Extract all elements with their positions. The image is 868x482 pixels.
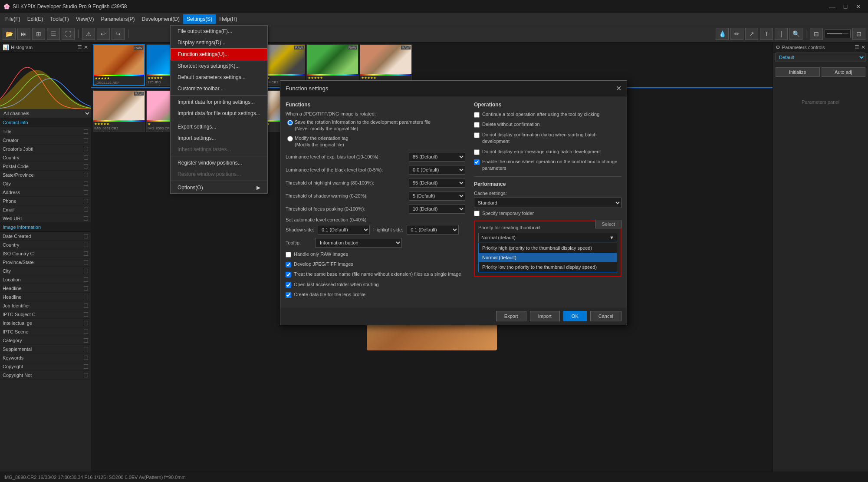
- meta-row-img-city[interactable]: City: [0, 267, 91, 275]
- film-item-4[interactable]: ★★★★★ IMG_0127.CR2 2018/09/29 10:07:34 F…: [306, 44, 358, 86]
- meta-row-title[interactable]: Title: [0, 127, 91, 136]
- meta-row-creator-job[interactable]: Creator's Jobti: [0, 145, 91, 153]
- sm-options[interactable]: Options(O) ▶: [171, 182, 267, 193]
- sm-function[interactable]: Function settings(U)...: [171, 48, 267, 60]
- check-jpeg-input[interactable]: [286, 262, 291, 267]
- tool-list[interactable]: ☰: [47, 28, 60, 40]
- sm-import[interactable]: Import settings...: [171, 132, 267, 144]
- import-btn[interactable]: Import: [530, 311, 560, 321]
- sm-imprint-print[interactable]: Imprint data for printing settings...: [171, 96, 267, 108]
- meta-row-headline2[interactable]: Headline: [0, 293, 91, 301]
- menu-edit[interactable]: Edit(E): [24, 14, 47, 24]
- sm-display[interactable]: Display settings(D)...: [171, 37, 267, 48]
- sm-default-params[interactable]: Default parameters settings...: [171, 72, 267, 83]
- highlight-side-select[interactable]: 0.1 (Default): [407, 225, 459, 234]
- meta-row-job-id[interactable]: Job Identifier: [0, 301, 91, 310]
- meta-row-phone[interactable]: Phone: [0, 197, 91, 205]
- meta-row-address[interactable]: Address: [0, 188, 91, 197]
- params-menu-icon[interactable]: ☰: [855, 44, 859, 50]
- meta-row-web[interactable]: Web URL: [0, 214, 91, 223]
- tool-zoom-out[interactable]: ⊟: [852, 28, 865, 40]
- func-select-focus[interactable]: 10 (Default): [409, 204, 465, 214]
- meta-row-country[interactable]: Country: [0, 153, 91, 162]
- meta-row-date-created[interactable]: Date Created: [0, 232, 91, 241]
- meta-row-creator[interactable]: Creator: [0, 136, 91, 145]
- dialog-close-btn[interactable]: ✕: [616, 84, 621, 92]
- check-op4-input[interactable]: [474, 149, 480, 155]
- meta-row-img-country[interactable]: Country: [0, 241, 91, 249]
- meta-row-iptc-subject[interactable]: IPTC Subject C: [0, 310, 91, 319]
- menu-help[interactable]: Help(H): [216, 14, 240, 24]
- check-lens-input[interactable]: [286, 292, 291, 298]
- close-btn[interactable]: ✕: [852, 2, 865, 11]
- tool-grid[interactable]: ⊞: [32, 28, 45, 40]
- menu-view[interactable]: View(V): [72, 14, 98, 24]
- histogram-channel-select[interactable]: All channels Red Green Blue: [0, 109, 91, 118]
- func-select-lum-exp[interactable]: 85 (Default): [409, 152, 465, 162]
- check-op3-input[interactable]: [474, 132, 480, 138]
- check-op1-input[interactable]: [474, 112, 480, 118]
- menu-tools[interactable]: Tools(T): [46, 14, 72, 24]
- tool-next[interactable]: ⏭: [17, 28, 30, 40]
- minimize-btn[interactable]: —: [826, 2, 838, 11]
- zoom-slider[interactable]: [825, 30, 851, 38]
- priority-option-low[interactable]: Priority low (no priority to the thumbna…: [479, 262, 617, 272]
- auto-adj-btn[interactable]: Auto adj: [822, 67, 866, 77]
- tool-open[interactable]: 📂: [3, 28, 16, 40]
- meta-row-state[interactable]: State/Province: [0, 171, 91, 179]
- shadow-side-select[interactable]: 0.1 (Default): [318, 225, 370, 234]
- sm-shortcut[interactable]: Shortcut keys settings(K)...: [171, 60, 267, 72]
- func-select-shadow[interactable]: 5 (Default): [409, 191, 465, 201]
- radio-label-2[interactable]: Modify the orientation tag(Modify the or…: [287, 135, 465, 149]
- radio-input-1[interactable]: [287, 120, 293, 125]
- cancel-btn[interactable]: Cancel: [590, 311, 621, 321]
- sm-file-output[interactable]: File output settings(F)...: [171, 26, 267, 37]
- meta-row-supplemental[interactable]: Supplemental: [0, 345, 91, 353]
- check-openlast-input[interactable]: [286, 282, 291, 288]
- meta-row-intellectual[interactable]: Intellectual ge: [0, 319, 91, 327]
- check-basename-input[interactable]: [286, 272, 291, 277]
- params-close-icon[interactable]: ✕: [861, 44, 865, 50]
- tool-share[interactable]: ↗: [745, 28, 758, 40]
- meta-row-city[interactable]: City: [0, 179, 91, 188]
- tool-undo[interactable]: ↩: [97, 28, 110, 40]
- check-raw-input[interactable]: [286, 252, 291, 258]
- meta-row-province[interactable]: Province/State: [0, 258, 91, 267]
- tool-text[interactable]: T: [760, 28, 773, 40]
- temp-folder-check[interactable]: [474, 211, 480, 216]
- func-select-lum-black[interactable]: 0.0 (Default): [409, 165, 465, 175]
- meta-row-headline1[interactable]: Headline: [0, 284, 91, 293]
- check-op5-input[interactable]: [474, 159, 480, 165]
- export-btn[interactable]: Export: [496, 311, 526, 321]
- initialize-btn[interactable]: Initialize: [776, 67, 820, 77]
- meta-row-category[interactable]: Category: [0, 336, 91, 345]
- meta-row-location[interactable]: Location: [0, 275, 91, 284]
- meta-row-keywords[interactable]: Keywords: [0, 353, 91, 362]
- priority-option-high[interactable]: Priority high (priority to the thumbnail…: [479, 243, 617, 253]
- priority-option-normal[interactable]: Normal (default): [479, 253, 617, 262]
- menu-settings[interactable]: Settings(S): [183, 14, 216, 24]
- tool-search[interactable]: 🔍: [789, 28, 802, 40]
- tool-warning[interactable]: ⚠: [82, 28, 95, 40]
- func-select-highlight[interactable]: 95 (Default): [409, 178, 465, 188]
- meta-row-email[interactable]: Email: [0, 205, 91, 214]
- cache-select[interactable]: Standard Fast Low memory: [474, 198, 621, 208]
- tool-fullscreen[interactable]: ⛶: [62, 28, 75, 40]
- sm-customize[interactable]: Customize toolbar...: [171, 83, 267, 94]
- tooltip-select[interactable]: Information button Quick help None: [315, 238, 402, 248]
- sm-register-window[interactable]: Register window positions...: [171, 157, 267, 168]
- histogram-menu-icon[interactable]: ☰: [77, 44, 82, 50]
- menu-parameters[interactable]: Parameters(P): [98, 14, 138, 24]
- meta-row-copyright-not[interactable]: Copyright Not: [0, 371, 91, 380]
- radio-input-2[interactable]: [287, 136, 293, 142]
- film-item-r2-0[interactable]: ★★★★★ IMG_0361.CR2 2017/07/17 10:31:26 F…: [93, 90, 145, 132]
- preset-select[interactable]: Default: [776, 53, 865, 62]
- sm-imprint-file[interactable]: Imprint data for file output settings...: [171, 108, 267, 119]
- film-item-5[interactable]: ★★★★★ IMG_0... F4.0 1 RAW: [360, 44, 412, 86]
- film-item-0[interactable]: ★★★★★ _DSC1121.NEF 2012/07/21 14:53:18 F…: [93, 44, 145, 86]
- select-btn[interactable]: Select: [595, 220, 621, 228]
- tool-pen[interactable]: ✏: [730, 28, 743, 40]
- menu-development[interactable]: Development(D): [138, 14, 183, 24]
- check-op2-input[interactable]: [474, 122, 480, 128]
- menu-file[interactable]: File(F): [2, 14, 24, 24]
